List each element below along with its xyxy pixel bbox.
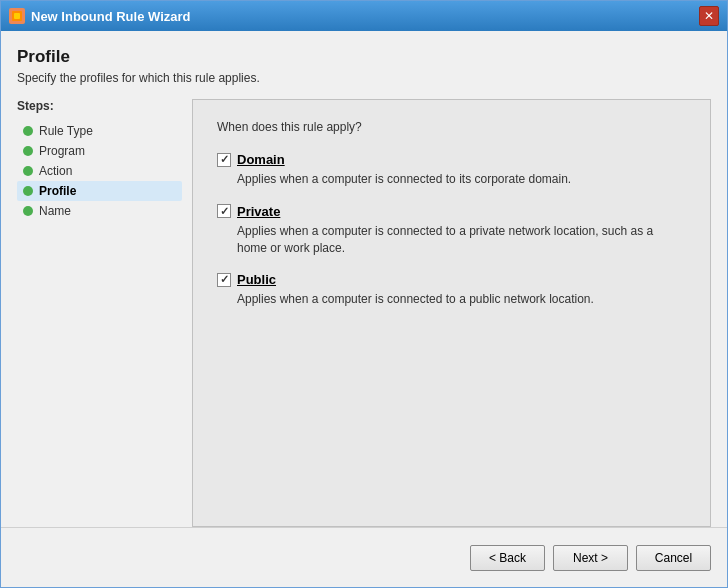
option-group-private: Private Applies when a computer is conne… bbox=[217, 204, 686, 257]
sidebar-item-profile[interactable]: Profile bbox=[17, 181, 182, 201]
page-title: Profile bbox=[17, 47, 711, 67]
window-title: New Inbound Rule Wizard bbox=[31, 9, 191, 24]
option-description-domain: Applies when a computer is connected to … bbox=[237, 171, 686, 188]
footer: < Back Next > Cancel bbox=[1, 527, 727, 587]
close-button[interactable]: ✕ bbox=[699, 6, 719, 26]
option-description-private: Applies when a computer is connected to … bbox=[237, 223, 686, 257]
option-header-public: Public bbox=[217, 272, 686, 287]
step-label-rule-type: Rule Type bbox=[39, 124, 93, 138]
option-description-public: Applies when a computer is connected to … bbox=[237, 291, 686, 308]
content-area: Profile Specify the profiles for which t… bbox=[1, 31, 727, 527]
option-label-public: Public bbox=[237, 272, 276, 287]
sidebar-item-name[interactable]: Name bbox=[17, 201, 182, 221]
checkbox-domain[interactable] bbox=[217, 153, 231, 167]
step-label-program: Program bbox=[39, 144, 85, 158]
step-label-action: Action bbox=[39, 164, 72, 178]
svg-rect-1 bbox=[14, 13, 20, 19]
sidebar: Steps: Rule Type Program Action Profile bbox=[17, 99, 192, 527]
next-button[interactable]: Next > bbox=[553, 545, 628, 571]
step-dot-profile bbox=[23, 186, 33, 196]
cancel-button[interactable]: Cancel bbox=[636, 545, 711, 571]
title-bar: New Inbound Rule Wizard ✕ bbox=[1, 1, 727, 31]
step-label-name: Name bbox=[39, 204, 71, 218]
option-label-domain: Domain bbox=[237, 152, 285, 167]
step-dot-action bbox=[23, 166, 33, 176]
steps-label: Steps: bbox=[17, 99, 182, 113]
step-dot-program bbox=[23, 146, 33, 156]
main-body: Steps: Rule Type Program Action Profile bbox=[17, 99, 711, 527]
sidebar-item-rule-type[interactable]: Rule Type bbox=[17, 121, 182, 141]
page-subtitle: Specify the profiles for which this rule… bbox=[17, 71, 711, 85]
main-panel: When does this rule apply? Domain Applie… bbox=[192, 99, 711, 527]
step-dot-name bbox=[23, 206, 33, 216]
question-text: When does this rule apply? bbox=[217, 120, 686, 134]
sidebar-item-action[interactable]: Action bbox=[17, 161, 182, 181]
checkbox-public[interactable] bbox=[217, 273, 231, 287]
option-label-private: Private bbox=[237, 204, 280, 219]
step-dot-rule-type bbox=[23, 126, 33, 136]
app-icon bbox=[9, 8, 25, 24]
checkbox-private[interactable] bbox=[217, 204, 231, 218]
option-header-domain: Domain bbox=[217, 152, 686, 167]
option-group-domain: Domain Applies when a computer is connec… bbox=[217, 152, 686, 188]
step-label-profile: Profile bbox=[39, 184, 76, 198]
sidebar-item-program[interactable]: Program bbox=[17, 141, 182, 161]
wizard-window: New Inbound Rule Wizard ✕ Profile Specif… bbox=[0, 0, 728, 588]
option-group-public: Public Applies when a computer is connec… bbox=[217, 272, 686, 308]
title-bar-left: New Inbound Rule Wizard bbox=[9, 8, 191, 24]
option-header-private: Private bbox=[217, 204, 686, 219]
back-button[interactable]: < Back bbox=[470, 545, 545, 571]
